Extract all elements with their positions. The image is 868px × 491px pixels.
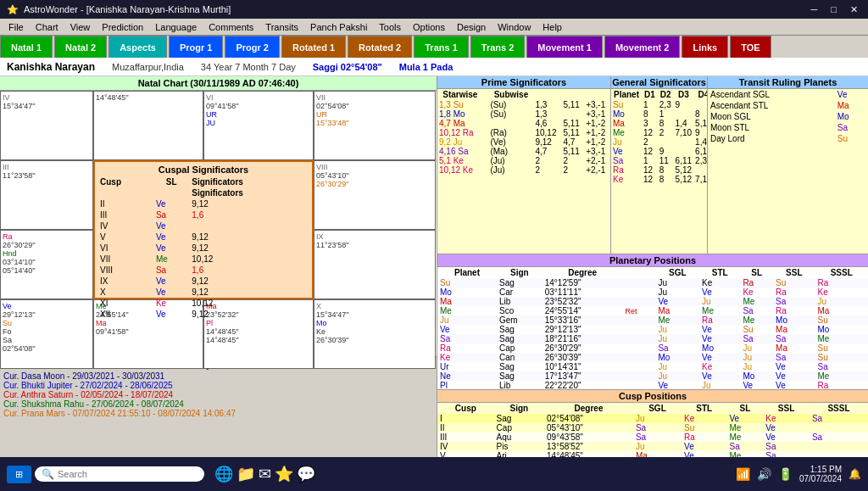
- menu-chart[interactable]: Chart: [31, 20, 64, 34]
- menu-view[interactable]: View: [65, 20, 96, 34]
- menu-transits[interactable]: Transits: [260, 20, 303, 34]
- planetary-positions-table: PlanetSignDegreeSGLSTLSLSSLSSSL SuSag14°…: [437, 267, 868, 390]
- menu-help[interactable]: Help: [537, 20, 567, 34]
- dasa-panel: Dasa balance at birth Ketu 5 Years 3 Mon…: [0, 356, 437, 472]
- person-location: Muzaffarpur,India: [112, 62, 184, 72]
- chart-cell-iv: IV 15°34'47'': [0, 91, 93, 160]
- close-button[interactable]: ✕: [847, 4, 861, 15]
- chart-cell-x: X 15°34'47'' Mo Ke 26°30'39'': [314, 299, 436, 369]
- battery-icon: 🔋: [778, 467, 793, 481]
- person-age: 34 Year 7 Month 7 Day: [201, 62, 296, 72]
- taskbar-folder-icon[interactable]: 📁: [236, 465, 255, 483]
- chart-cell-ix: IX 11°23'58'': [314, 230, 436, 299]
- menu-bar: File Chart View Prediction Language Comm…: [0, 19, 868, 36]
- search-input[interactable]: [58, 469, 185, 479]
- clock-date: 07/07/2024: [799, 474, 842, 483]
- chart-title: Natal Chart (30/11/1989 AD 07:46:40): [0, 76, 437, 91]
- tab-progr2[interactable]: Progr 2: [225, 36, 280, 58]
- taskbar-app1-icon[interactable]: ⭐: [275, 465, 293, 483]
- taskbar-mail-icon[interactable]: ✉: [259, 465, 271, 483]
- tab-trans2[interactable]: Trans 2: [470, 36, 526, 58]
- planetary-positions-panel: Planetary Positions PlanetSignDegreeSGLS…: [437, 254, 868, 390]
- prime-significators-panel: Prime Significators StarwiseSubwise 1,3 …: [437, 76, 611, 254]
- search-bar-container[interactable]: 🔍: [35, 466, 204, 482]
- info-bar: Kanishka Narayan Muzaffarpur,India 34 Ye…: [0, 58, 868, 76]
- notification-icon: 🔔: [849, 468, 861, 480]
- cur-shukshma: Cur. Shukshma Rahu - 27/06/2024 - 08/07/…: [3, 399, 433, 409]
- tab-rotated2[interactable]: Rotated 2: [348, 36, 412, 58]
- menu-options[interactable]: Options: [408, 20, 450, 34]
- tab-aspects[interactable]: Aspects: [108, 36, 167, 58]
- general-sig-title: General Significators: [611, 76, 707, 89]
- taskbar-apps: 🌐 📁 ✉ ⭐ 💬: [214, 465, 315, 483]
- person-name: Kanishka Narayan: [7, 61, 95, 73]
- ascendant-info: Saggi 02°54'08": [313, 62, 382, 72]
- chart-cell-vii: VII 02°54'08'' UR 15°33'48'': [314, 91, 436, 160]
- taskbar-system: 📶 🔊 🔋 1:15 PM 07/07/2024 🔔: [736, 465, 861, 483]
- title-bar-left: ⭐ AstroWonder - [Kanishka Narayan-Krishn…: [7, 4, 231, 15]
- chart-cell-top-mid1: 14°48'45'': [93, 91, 203, 160]
- cur-bhukti: Cur. Bhukti Jupiter - 27/02/2024 - 28/06…: [3, 381, 433, 390]
- title-bar-controls: ─ □ ✕: [808, 4, 861, 15]
- window-title: AstroWonder - [Kanishka Narayan-Krishna …: [24, 4, 231, 14]
- right-panel: Prime Significators StarwiseSubwise 1,3 …: [437, 76, 868, 472]
- general-significators-panel: General Significators PlanetD1D2D3D4 Su1…: [611, 76, 707, 254]
- app-icon: ⭐: [7, 4, 19, 15]
- cuspal-significators-box: Cuspal Significators CuspSLSignificators…: [93, 160, 314, 299]
- menu-window[interactable]: Window: [492, 20, 536, 34]
- tab-trans1[interactable]: Trans 1: [414, 36, 469, 58]
- cur-dasa: Cur. Dasa Moon - 29/03/2021 - 30/03/2031: [3, 371, 433, 381]
- menu-design[interactable]: Design: [452, 20, 491, 34]
- general-sig-table: PlanetD1D2D3D4 Su12,39 Mo818 Ma381,45,12…: [611, 89, 707, 184]
- chart-cell-viii: VIII 05°43'10'' 26°30'29'': [314, 160, 436, 230]
- taskbar-clock: 1:15 PM 07/07/2024: [799, 465, 842, 483]
- mc-info: Mula 1 Pada: [399, 62, 453, 72]
- chart-cell-top-mid2: VI 09°41'58'' UR JU: [203, 91, 314, 160]
- chart-cell-ii: Ra 26°30'29'' Hnd 03°14'10'' 05°14'40'': [0, 230, 93, 299]
- windows-taskbar: ⊞ 🔍 🌐 📁 ✉ ⭐ 💬 📶 🔊 🔋 1:15 PM 07/07/2024 🔔: [0, 457, 868, 491]
- start-button[interactable]: ⊞: [7, 466, 31, 483]
- chart-cell-iii: III 11°23'58'': [0, 160, 93, 230]
- natal-chart-panel: Natal Chart (30/11/1989 AD 07:46:40) IV …: [0, 76, 437, 472]
- network-icon: 📶: [736, 467, 750, 481]
- chart-grid: IV 15°34'47'' 14°48'45'' VI 09°41'58'' U…: [0, 91, 437, 356]
- tab-bar: Natal 1 Natal 2 Aspects Progr 1 Progr 2 …: [0, 36, 868, 58]
- search-icon: 🔍: [42, 468, 54, 480]
- menu-file[interactable]: File: [3, 20, 29, 34]
- prime-sig-table: StarwiseSubwise 1,3 Su(Su)1,35,11+3,-1 1…: [437, 89, 610, 175]
- title-bar: ⭐ AstroWonder - [Kanishka Narayan-Krishn…: [0, 0, 868, 19]
- cur-anthra: Cur. Anthra Saturn - 02/05/2024 - 18/07/…: [3, 390, 433, 399]
- tab-toe[interactable]: TOE: [730, 36, 771, 58]
- clock-time: 1:15 PM: [799, 465, 842, 474]
- planetary-pos-title: Planetary Positions: [437, 254, 868, 267]
- transit-title: Transit Ruling Planets: [708, 76, 868, 89]
- menu-panch[interactable]: Panch Pakshi: [305, 20, 372, 34]
- taskbar-browser-icon[interactable]: 🌐: [214, 465, 233, 483]
- menu-tools[interactable]: Tools: [374, 20, 406, 34]
- menu-comments[interactable]: Comments: [203, 20, 259, 34]
- tab-links[interactable]: Links: [682, 36, 728, 58]
- transit-panel: Transit Ruling Planets Ascendant SGLVe A…: [707, 76, 868, 254]
- taskbar-app2-icon[interactable]: 💬: [297, 465, 315, 483]
- tab-progr1[interactable]: Progr 1: [169, 36, 224, 58]
- menu-prediction[interactable]: Prediction: [97, 20, 148, 34]
- chart-cell-i: Ve 29°12'13'' Su Fo Sa 02°54'08'': [0, 299, 93, 369]
- cur-prana: Cur. Prana Mars - 07/07/2024 21:55:10 - …: [3, 409, 433, 418]
- cusp-pos-title: Cusp Positions: [437, 390, 868, 403]
- volume-icon: 🔊: [757, 467, 771, 481]
- minimize-button[interactable]: ─: [808, 4, 821, 15]
- menu-language[interactable]: Language: [150, 20, 202, 34]
- tab-movement2[interactable]: Movement 2: [604, 36, 681, 58]
- tab-natal1[interactable]: Natal 1: [0, 36, 53, 58]
- tab-natal2[interactable]: Natal 2: [54, 36, 107, 58]
- tab-rotated1[interactable]: Rotated 1: [281, 36, 346, 58]
- significators-section: Prime Significators StarwiseSubwise 1,3 …: [437, 76, 868, 254]
- maximize-button[interactable]: □: [827, 4, 840, 15]
- tab-movement1[interactable]: Movement 1: [526, 36, 603, 58]
- prime-sig-title: Prime Significators: [437, 76, 610, 89]
